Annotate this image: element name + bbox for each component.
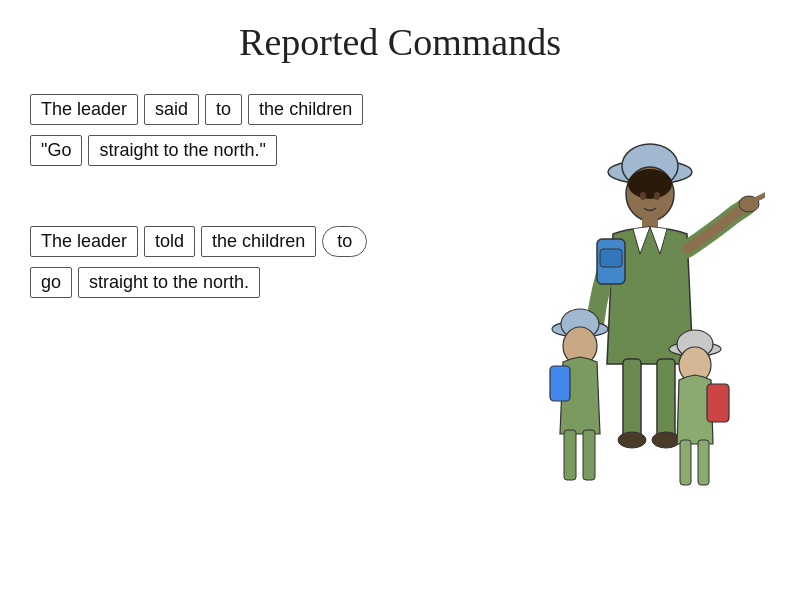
reported-speech-block: The leader told the children to go strai…	[30, 226, 490, 308]
reported-command: straight to the north.	[78, 267, 260, 298]
direct-said: said	[144, 94, 199, 125]
svg-rect-9	[657, 359, 675, 439]
direct-to: to	[205, 94, 242, 125]
svg-point-4	[640, 192, 646, 200]
direct-command: straight to the north."	[88, 135, 276, 166]
svg-rect-25	[707, 384, 729, 422]
svg-point-5	[654, 192, 660, 200]
scout-leader-illustration	[495, 84, 765, 504]
svg-rect-13	[600, 249, 622, 267]
svg-point-11	[652, 432, 680, 448]
direct-go: "Go	[30, 135, 82, 166]
reported-go: go	[30, 267, 72, 298]
reported-leader: The leader	[30, 226, 138, 257]
reported-told: told	[144, 226, 195, 257]
svg-rect-8	[623, 359, 641, 439]
direct-speech-row2: "Go straight to the north."	[30, 135, 490, 166]
reported-children: the children	[201, 226, 316, 257]
svg-rect-19	[550, 366, 570, 401]
svg-rect-23	[680, 440, 691, 485]
svg-rect-24	[698, 440, 709, 485]
reported-speech-row1: The leader told the children to	[30, 226, 490, 257]
svg-point-3	[628, 169, 672, 199]
reported-to-circle: to	[322, 226, 367, 257]
svg-point-10	[618, 432, 646, 448]
direct-speech-block: The leader said to the children "Go stra…	[30, 94, 490, 176]
content-area: The leader said to the children "Go stra…	[30, 94, 770, 504]
left-section: The leader said to the children "Go stra…	[30, 94, 490, 328]
reported-speech-row2: go straight to the north.	[30, 267, 490, 298]
svg-rect-18	[583, 430, 595, 480]
svg-rect-17	[564, 430, 576, 480]
direct-leader: The leader	[30, 94, 138, 125]
page-title: Reported Commands	[30, 20, 770, 64]
page: Reported Commands The leader said to the…	[0, 0, 800, 600]
direct-speech-row1: The leader said to the children	[30, 94, 490, 125]
spacer	[30, 196, 490, 226]
illustration-section	[490, 84, 770, 504]
direct-children: the children	[248, 94, 363, 125]
